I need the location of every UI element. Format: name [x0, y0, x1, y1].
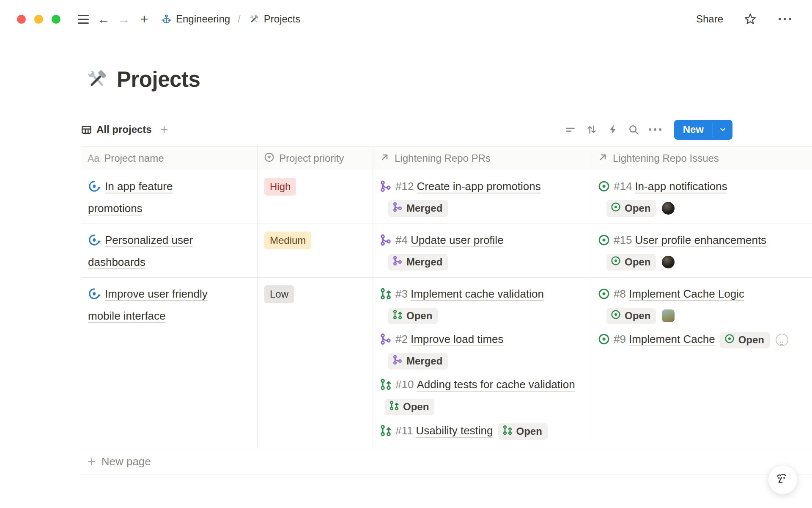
status-label: Open: [403, 400, 429, 413]
priority-cell[interactable]: High: [258, 170, 373, 224]
breadcrumb-item-projects[interactable]: Projects: [248, 13, 301, 25]
column-header-project-name[interactable]: AaProject name: [81, 146, 258, 170]
breadcrumb-item-engineering[interactable]: Engineering: [161, 13, 230, 25]
issue-entry: #9Implement CacheOpen: [598, 329, 806, 351]
assignee-avatar: [662, 256, 675, 268]
issue-number: #8: [614, 287, 626, 300]
assignee-avatar: [776, 334, 788, 346]
column-header-lightening-repo-prs[interactable]: Lightening Repo PRs: [373, 146, 591, 170]
plus-icon: +: [88, 453, 96, 470]
pr-link[interactable]: Usability testing: [416, 424, 493, 437]
minimize-window-button[interactable]: [34, 15, 43, 24]
new-page-label: New page: [102, 453, 151, 470]
hammer-wrench-page-icon: [85, 67, 109, 92]
breadcrumb-label: Engineering: [176, 13, 230, 25]
priority-cell[interactable]: Medium: [258, 224, 373, 278]
pr-number: #11: [395, 424, 413, 437]
pr-link[interactable]: Improve load times: [411, 333, 504, 345]
breadcrumb-label: Projects: [264, 13, 301, 25]
automation-button[interactable]: [602, 120, 623, 139]
pr-number: #2: [395, 333, 408, 345]
hammer-wrench-icon: [248, 14, 260, 25]
add-view-button[interactable]: +: [160, 122, 168, 138]
forward-button[interactable]: →: [114, 9, 134, 29]
column-header-lightening-repo-issues[interactable]: Lightening Repo Issues: [591, 146, 812, 170]
new-button[interactable]: New: [674, 120, 713, 140]
filter-icon: [565, 124, 576, 135]
more-options-button[interactable]: [775, 9, 795, 29]
project-page-link[interactable]: In app feature promotions: [88, 180, 173, 215]
git-pr-icon: [380, 286, 392, 306]
pr-entry: #4Update user profileMerged: [380, 230, 584, 271]
pr-link[interactable]: Create in-app promotions: [417, 180, 540, 193]
share-button[interactable]: Share: [694, 13, 726, 25]
status-label: Open: [625, 309, 650, 322]
issues-cell[interactable]: #8Implement Cache LogicOpen#9Implement C…: [591, 278, 812, 448]
project-name-cell[interactable]: Improve user friendly mobile interface: [81, 278, 258, 448]
notion-ai-button[interactable]: [768, 465, 798, 494]
status-label: Open: [738, 334, 764, 346]
sidebar-menu-button[interactable]: [73, 9, 93, 29]
project-icon: [88, 233, 101, 252]
new-page-row[interactable]: +New page: [81, 448, 812, 475]
git-pr-icon: [380, 423, 392, 442]
back-arrow-icon: ←: [97, 13, 110, 25]
project-name-cell[interactable]: In app feature promotions: [81, 170, 258, 224]
new-dropdown-button[interactable]: [713, 120, 732, 140]
project-page-link[interactable]: Personalized user dashboards: [88, 234, 193, 268]
filter-button[interactable]: [560, 120, 581, 139]
new-tab-button[interactable]: +: [134, 9, 154, 29]
status-chip-open: Open: [606, 254, 656, 271]
issue-link[interactable]: User profile enhancements: [635, 234, 766, 246]
window-topbar: ← → + Engineering /: [0, 0, 812, 38]
prs-cell[interactable]: #12Create in-app promotionsMerged: [373, 170, 591, 224]
issues-cell[interactable]: #15User profile enhancementsOpen: [591, 224, 812, 278]
pr-number: #3: [395, 287, 408, 300]
prs-cell[interactable]: #4Update user profileMerged: [373, 224, 591, 278]
prs-cell[interactable]: #3Implement cache validationOpen#2Improv…: [373, 278, 591, 448]
hamburger-icon: [78, 15, 89, 24]
git-merge-icon: [392, 256, 403, 269]
project-icon: [88, 287, 101, 306]
select-icon: [264, 152, 274, 165]
issue-link[interactable]: Implement Cache Logic: [629, 287, 744, 300]
priority-cell[interactable]: Low: [258, 278, 373, 448]
git-merge-icon: [380, 331, 392, 351]
git-pr-icon: [380, 377, 392, 396]
status-chip-merged: Merged: [388, 353, 448, 370]
issues-cell[interactable]: #14In-app notificationsOpen: [591, 170, 812, 224]
pr-link[interactable]: Adding tests for cache validation: [417, 378, 575, 391]
pr-link[interactable]: Implement cache validation: [411, 287, 544, 300]
project-name-cell[interactable]: Personalized user dashboards: [81, 224, 258, 278]
pr-entry: #11Usability testingOpen: [380, 421, 584, 442]
column-header-project-priority[interactable]: Project priority: [258, 146, 373, 170]
breadcrumb: Engineering / Projects: [161, 13, 300, 25]
assignee-avatar: [662, 202, 675, 215]
priority-chip-high: High: [264, 178, 296, 196]
issue-link[interactable]: In-app notifications: [635, 180, 727, 193]
close-window-button[interactable]: [17, 15, 26, 24]
back-button[interactable]: ←: [93, 9, 114, 29]
pr-link[interactable]: Update user profile: [411, 234, 504, 246]
forward-arrow-icon: →: [118, 13, 130, 25]
favorite-button[interactable]: [740, 9, 760, 29]
project-page-link[interactable]: Improve user friendly mobile interface: [88, 287, 208, 322]
view-more-button[interactable]: [645, 120, 666, 139]
sort-icon: [586, 124, 598, 135]
priority-chip-medium: Medium: [264, 232, 311, 249]
zoom-window-button[interactable]: [52, 15, 60, 24]
search-button[interactable]: [623, 120, 645, 139]
view-tab-all-projects[interactable]: All projects: [81, 124, 152, 135]
status-chip-merged: Merged: [388, 254, 448, 271]
star-icon: [744, 13, 757, 25]
issue-link[interactable]: Implement Cache: [629, 333, 715, 345]
issue-open-icon: [598, 232, 610, 252]
column-header-label: Lightening Repo PRs: [395, 152, 491, 164]
sort-button[interactable]: [581, 120, 602, 139]
page-title: Projects: [117, 67, 200, 92]
ellipsis-icon: [779, 18, 791, 20]
status-chip-open: Open: [385, 399, 434, 415]
new-record-split-button: New: [674, 120, 732, 140]
priority-chip-low: Low: [264, 285, 294, 303]
status-chip-open: Open: [720, 332, 770, 348]
